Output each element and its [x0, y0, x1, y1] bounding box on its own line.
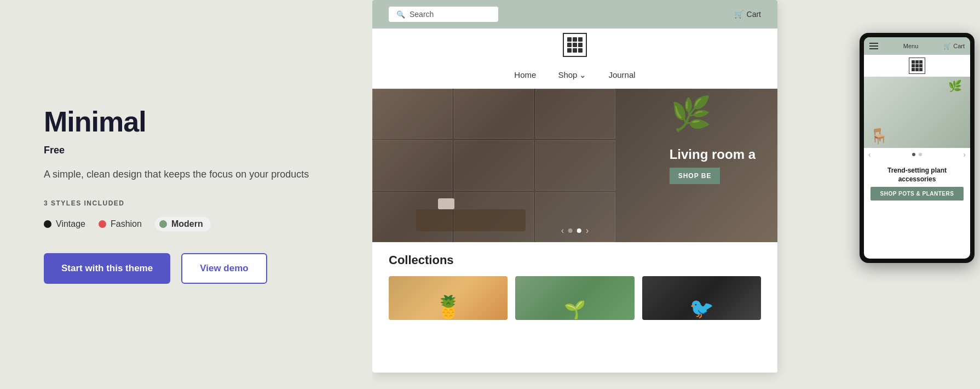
- cart-area[interactable]: 🛒 Cart: [734, 10, 761, 19]
- search-placeholder: Search: [410, 10, 434, 19]
- bird-icon: 🐦: [689, 297, 714, 320]
- mobile-chair-icon: 🪑: [869, 127, 889, 145]
- style-vintage[interactable]: Vintage: [44, 219, 85, 229]
- nav-shop[interactable]: Shop ⌄: [558, 70, 586, 80]
- logo-dot: [567, 48, 572, 53]
- logo-dot: [567, 37, 572, 42]
- menu-line: [869, 48, 878, 49]
- hero-background: 🌿 Living room a SHOP BE: [372, 89, 777, 242]
- hero-cup: [438, 198, 454, 209]
- collection-item-3[interactable]: 🐦: [642, 276, 761, 320]
- theme-price: Free: [44, 145, 328, 156]
- mobile-inner: Menu 🛒 Cart: [864, 37, 970, 259]
- store-nav: Home Shop ⌄ Journal: [372, 61, 777, 89]
- cart-icon: 🛒: [734, 10, 743, 19]
- mobile-topbar: Menu 🛒 Cart: [864, 37, 970, 55]
- mobile-logo-dot: [915, 60, 919, 64]
- grid-cell: [454, 140, 534, 190]
- start-theme-button[interactable]: Start with this theme: [44, 253, 170, 284]
- mobile-dot-2[interactable]: [919, 153, 922, 156]
- left-panel: Minimal Free A simple, clean design that…: [0, 0, 372, 389]
- mobile-hero: 🪑 🌿: [864, 77, 970, 148]
- mobile-logo-dot: [915, 68, 919, 71]
- right-panel: 🔍 Search 🛒 Cart Home: [372, 0, 980, 389]
- mobile-menu-icon[interactable]: [869, 43, 878, 49]
- cart-label: Cart: [747, 10, 761, 19]
- hero-dot-1[interactable]: [568, 228, 573, 233]
- hero-dot-2[interactable]: [577, 228, 581, 233]
- grid-cell: [535, 89, 615, 139]
- hero-dots: ‹ ›: [561, 226, 589, 236]
- mobile-logo-dot: [912, 60, 915, 64]
- logo-dot: [567, 43, 572, 47]
- mobile-dots: [912, 153, 922, 156]
- theme-description: A simple, clean design that keeps the fo…: [44, 167, 328, 182]
- search-box[interactable]: 🔍 Search: [389, 7, 498, 22]
- mobile-cart-icon: 🛒: [943, 43, 951, 50]
- grid-cell: [372, 140, 452, 190]
- logo-dot: [573, 48, 577, 53]
- collection-item-1[interactable]: 🍍: [389, 276, 508, 320]
- hero-plant-icon: 🌿: [671, 94, 712, 133]
- mobile-logo-dot: [912, 68, 915, 71]
- collection-item-2[interactable]: 🌱: [515, 276, 634, 320]
- mobile-logo-area: [864, 55, 970, 77]
- mobile-logo-dot: [919, 68, 923, 71]
- search-icon: 🔍: [396, 10, 405, 19]
- mobile-logo-dot: [912, 64, 915, 67]
- store-logo-area: [372, 28, 777, 61]
- mobile-logo: [909, 58, 925, 74]
- collections-title: Collections: [389, 253, 761, 267]
- collections-grid: 🍍 🌱 🐦: [389, 276, 761, 320]
- hero-table: [416, 209, 526, 231]
- hero-cta-button[interactable]: SHOP BE: [670, 168, 720, 184]
- mobile-nav-dots: ‹ ›: [864, 148, 970, 161]
- plant-icon: 🌱: [564, 299, 586, 320]
- view-demo-button[interactable]: View demo: [181, 253, 267, 284]
- logo-dot: [578, 48, 583, 53]
- chevron-down-icon: ⌄: [579, 70, 586, 80]
- theme-title: Minimal: [44, 105, 328, 138]
- menu-line: [869, 43, 878, 44]
- hero-heading: Living room a: [670, 147, 756, 162]
- mobile-prev-arrow[interactable]: ‹: [868, 150, 871, 159]
- mobile-plant-icon: 🌿: [948, 79, 962, 93]
- grid-cell: [454, 89, 534, 139]
- mobile-dot-1[interactable]: [912, 153, 915, 156]
- mobile-logo-dot: [915, 64, 919, 67]
- mobile-preview: Menu 🛒 Cart: [860, 33, 975, 263]
- mobile-content-title: Trend-setting plant accessories: [871, 167, 964, 184]
- style-fashion[interactable]: Fashion: [99, 219, 142, 229]
- vintage-dot: [44, 220, 51, 228]
- fashion-dot: [99, 220, 106, 228]
- fashion-label: Fashion: [111, 219, 142, 229]
- style-options: Vintage Fashion Modern: [44, 217, 328, 231]
- hero-prev-arrow[interactable]: ‹: [561, 226, 564, 236]
- hero-section: 🌿 Living room a SHOP BE ‹ ›: [372, 89, 777, 242]
- mobile-cart[interactable]: 🛒 Cart: [943, 43, 965, 50]
- mobile-content: Trend-setting plant accessories SHOP POT…: [864, 161, 970, 206]
- store-logo: [563, 33, 587, 57]
- nav-home[interactable]: Home: [514, 70, 536, 79]
- nav-journal[interactable]: Journal: [608, 70, 635, 79]
- grid-cell: [372, 89, 452, 139]
- vintage-label: Vintage: [56, 219, 85, 229]
- store-topbar: 🔍 Search 🛒 Cart: [372, 0, 777, 28]
- modern-label: Modern: [171, 219, 203, 229]
- mobile-next-arrow[interactable]: ›: [963, 150, 966, 159]
- logo-dot: [573, 43, 577, 47]
- mobile-logo-dot: [919, 60, 923, 64]
- mobile-cta-button[interactable]: SHOP POTS & PLANTERS: [871, 187, 964, 201]
- modern-dot: [159, 220, 167, 228]
- grid-cell: [535, 140, 615, 190]
- pineapple-icon: 🍍: [435, 294, 462, 320]
- buttons-row: Start with this theme View demo: [44, 253, 328, 284]
- logo-dot: [573, 37, 577, 42]
- style-modern[interactable]: Modern: [155, 217, 211, 231]
- mobile-logo-dot: [919, 64, 923, 67]
- logo-dot: [578, 37, 583, 42]
- desktop-preview: 🔍 Search 🛒 Cart Home: [372, 0, 777, 373]
- hero-next-arrow[interactable]: ›: [586, 226, 589, 236]
- collections-section: Collections 🍍 🌱 🐦: [372, 242, 777, 325]
- styles-label: 3 STYLES INCLUDED: [44, 199, 328, 207]
